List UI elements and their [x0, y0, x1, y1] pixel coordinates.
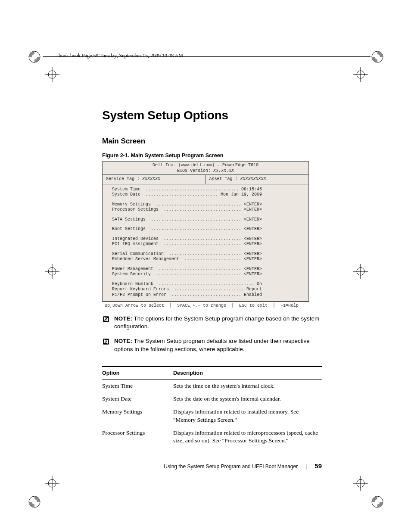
- bios-menu-row: PCI IRQ Assignment .....................…: [112, 242, 303, 247]
- note-icon: [102, 338, 110, 345]
- option-name: System Date: [102, 392, 173, 405]
- bios-version-line: BIOS Version: XX.XX.XX: [103, 168, 308, 174]
- bios-menu-row: SATA Settings ..........................…: [112, 217, 303, 223]
- registration-mark-icon: [353, 67, 368, 82]
- svg-point-23: [32, 499, 37, 504]
- page-footer: Using the System Setup Program and UEFI …: [102, 462, 322, 470]
- bios-menu-row: F1/F2 Prompt on Error ..................…: [112, 292, 303, 298]
- bios-menu-row: Power Management .......................…: [112, 267, 303, 272]
- registration-mark-icon: [45, 67, 59, 82]
- crop-mark-icon: [369, 493, 386, 510]
- bios-menu-body: System Time ............................…: [103, 184, 308, 302]
- section-title: System Setup Options: [102, 109, 322, 122]
- crop-mark-icon: [26, 493, 43, 510]
- note-text: NOTE: The System Setup program defaults …: [114, 337, 322, 353]
- bios-menu-row: Embedded Server Management .............…: [112, 257, 303, 262]
- table-row: Processor Settings Displays information …: [102, 426, 322, 447]
- note-text: NOTE: The options for the System Setup p…: [114, 315, 322, 330]
- crop-mark-icon: [369, 48, 386, 65]
- asset-tag: Asset Tag : XXXXXXXXXX: [206, 175, 309, 184]
- figure-caption: Figure 2-1. Main System Setup Program Sc…: [102, 152, 322, 159]
- note-icon: [102, 315, 110, 323]
- registration-mark-icon: [45, 264, 59, 279]
- page-number: 59: [314, 462, 322, 470]
- subsection-title: Main Screen: [102, 137, 322, 146]
- option-name: Memory Settings: [102, 405, 173, 426]
- bios-menu-row: Processor Settings .....................…: [112, 207, 303, 213]
- footer-text: Using the System Setup Program and UEFI …: [164, 464, 298, 470]
- table-row: System Time Sets the time on the system'…: [102, 379, 322, 392]
- registration-mark-icon: [45, 476, 59, 491]
- footer-separator: |: [305, 464, 307, 470]
- option-desc: Sets the time on the system's internal c…: [173, 379, 322, 392]
- page-header-line: book.book Page 59 Tuesday, September 15,…: [59, 53, 183, 59]
- option-name: Processor Settings: [102, 426, 173, 447]
- option-desc: Displays information related to micropro…: [173, 426, 322, 447]
- table-head-option: Option: [102, 367, 173, 380]
- crop-mark-icon: [26, 48, 43, 65]
- note-block: NOTE: The System Setup program defaults …: [102, 337, 322, 353]
- table-head-desc: Description: [173, 367, 322, 380]
- option-desc: Displays information related to installe…: [173, 405, 322, 426]
- svg-point-30: [375, 499, 380, 504]
- note-block: NOTE: The options for the System Setup p…: [102, 315, 322, 330]
- options-table: Option Description System Time Sets the …: [102, 366, 322, 447]
- table-row: Memory Settings Displays information rel…: [102, 405, 322, 426]
- bios-company-line: Dell Inc. (www.dell.com) - PowerEdge T61…: [103, 163, 308, 168]
- bios-help-footer: Up,Down Arrow to select | SPACE,+,- to c…: [102, 302, 322, 308]
- table-row: System Date Sets the date on the system'…: [102, 392, 322, 405]
- bios-menu-row: Report Keyboard Errors .................…: [112, 287, 303, 292]
- bios-menu-row: System Security ........................…: [112, 272, 303, 277]
- registration-mark-icon: [353, 264, 368, 279]
- bios-menu-row: Boot Settings ..........................…: [112, 227, 303, 232]
- svg-point-10: [375, 54, 380, 59]
- bios-menu-row: Serial Communication ...................…: [112, 252, 303, 257]
- option-desc: Sets the date on the system's internal c…: [173, 392, 322, 405]
- bios-menu-row: Integrated Devices .....................…: [112, 236, 303, 242]
- registration-mark-icon: [353, 476, 368, 491]
- svg-point-3: [32, 54, 37, 59]
- bios-menu-row: System Date ............................…: [112, 192, 303, 198]
- service-tag: Service Tag : XXXXXXX: [103, 175, 206, 184]
- option-name: System Time: [102, 379, 173, 392]
- bios-menu-row: Memory Settings ........................…: [112, 202, 303, 208]
- bios-screenshot: Dell Inc. (www.dell.com) - PowerEdge T61…: [102, 161, 309, 302]
- bios-menu-row: System Time ............................…: [112, 187, 303, 193]
- bios-menu-row: Keyboard Numlock .......................…: [112, 282, 303, 287]
